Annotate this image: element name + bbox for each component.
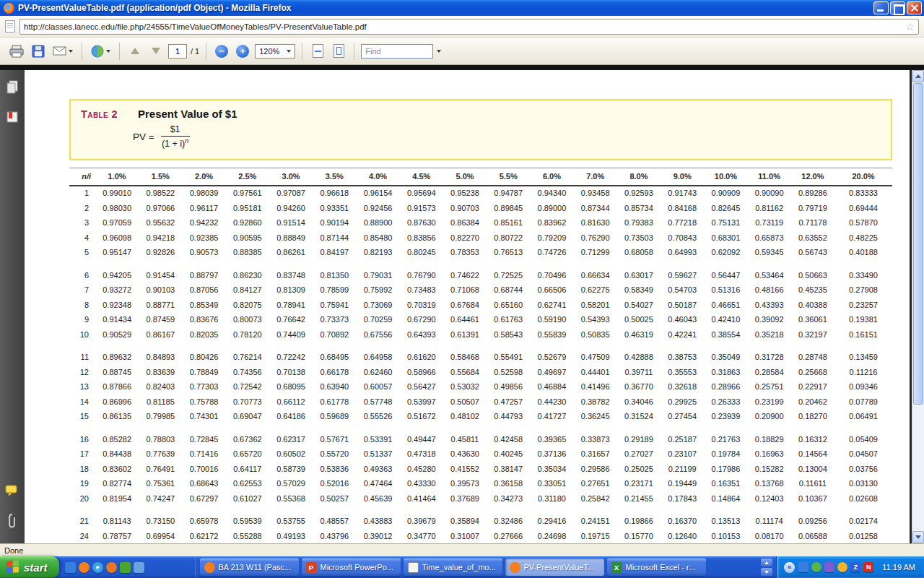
find-dropdown-icon[interactable] (437, 50, 441, 53)
pv-factor-cell: 0.79383 (617, 216, 661, 231)
vertical-scrollbar[interactable] (912, 70, 924, 543)
bookmarks-panel-icon (6, 111, 19, 124)
taskbar-button[interactable]: PMicrosoft PowerPo... (302, 558, 401, 576)
firefox-icon (510, 562, 520, 573)
url-input[interactable] (24, 22, 905, 31)
pv-factor-cell: 0.40188 (834, 246, 892, 261)
pv-factor-cell: 0.83962 (530, 216, 573, 231)
minimize-button[interactable] (873, 1, 889, 14)
pv-factor-cell: 0.90529 (95, 327, 139, 342)
pv-factor-cell: 0.98030 (95, 201, 139, 216)
attachments-panel-icon (7, 513, 17, 529)
scroll-down-button[interactable] (912, 531, 924, 543)
pv-factor-cell: 0.47464 (356, 477, 399, 492)
pv-factor-cell: 0.89845 (487, 201, 530, 216)
pv-factor-cell: 0.77303 (182, 380, 225, 395)
taskbar-button[interactable]: PV-PresentValueT... (505, 558, 604, 576)
page-number-input[interactable] (168, 44, 187, 59)
pv-factor-cell: 0.20900 (748, 410, 791, 425)
maximize-button[interactable] (890, 1, 905, 14)
pv-factor-cell: 0.61620 (400, 350, 443, 366)
pages-panel-button[interactable] (6, 80, 19, 98)
page-count: / 1 (191, 47, 199, 56)
print-button[interactable] (7, 41, 26, 61)
pv-factor-cell: 0.49193 (269, 529, 313, 543)
scrollbar-track[interactable] (912, 405, 924, 531)
pv-factor-cell: 0.90573 (182, 246, 225, 261)
pv-factor-cell: 0.73503 (617, 230, 661, 246)
pv-factor-cell: 0.37136 (530, 447, 573, 462)
taskbar-button[interactable]: Time_value_of_mo... (404, 558, 502, 576)
media-player-icon[interactable] (106, 562, 117, 573)
taskbar-button[interactable]: XMicrosoft Excel - r... (607, 558, 706, 576)
pv-factor-cell: 0.63940 (313, 380, 356, 395)
messenger-icon[interactable] (120, 562, 131, 573)
email-icon[interactable] (65, 562, 76, 573)
pv-factor-cell: 0.55526 (356, 410, 399, 425)
ie-icon[interactable]: e (92, 562, 103, 573)
hide-icons-chevron[interactable] (784, 562, 795, 573)
zonealarm-icon[interactable]: Z (850, 562, 860, 572)
taskbar-button[interactable]: BA 213 W11 (Pasc... (200, 558, 299, 576)
pv-factor-cell: 0.74356 (226, 365, 269, 380)
pv-factor-cell: 0.15282 (748, 462, 791, 477)
scrollbar-thumb[interactable] (913, 83, 923, 405)
pv-factor-cell: 0.66506 (530, 283, 573, 298)
firefox-window: PV-PresentValueTable.pdf (application/pd… (0, 0, 924, 578)
pv-factor-cell: 0.62553 (226, 477, 269, 492)
bookmark-star-icon[interactable]: ☆ (905, 22, 915, 32)
previous-page-button[interactable] (126, 41, 144, 61)
pv-factor-cell: 0.71416 (182, 447, 225, 462)
update-icon[interactable] (837, 562, 847, 572)
email-button[interactable] (51, 41, 75, 61)
pv-factor-cell: 0.83333 (834, 186, 892, 202)
task-scroll-up-button[interactable] (761, 558, 772, 566)
pv-factor-cell: 0.36245 (574, 410, 617, 425)
save-button[interactable] (30, 41, 47, 61)
pv-factor-cell: 0.92593 (617, 186, 661, 202)
pv-table-row: 180.836020.764910.700160.641170.587390.5… (69, 462, 892, 477)
period-cell: 10 (69, 327, 95, 342)
pv-factor-cell: 0.72845 (182, 432, 225, 447)
pv-factor-cell: 0.10153 (704, 529, 747, 543)
collaborate-button[interactable] (89, 41, 113, 61)
url-box[interactable]: ☆ (19, 19, 919, 35)
pv-factor-cell: 0.85282 (95, 432, 139, 447)
attachments-panel-button[interactable] (7, 513, 17, 532)
zoom-out-button[interactable] (213, 41, 230, 61)
pv-factor-cell: 0.02608 (834, 491, 892, 506)
pv-factor-cell: 0.11174 (748, 514, 791, 530)
fit-page-button[interactable] (330, 41, 347, 61)
pv-factor-cell: 0.35034 (530, 462, 573, 477)
zoom-in-button[interactable] (234, 41, 251, 61)
windows-logo-icon (6, 560, 19, 574)
pv-factor-cell: 0.76642 (269, 313, 313, 328)
task-scroll-down-button[interactable] (761, 568, 772, 576)
arrow-up-icon (915, 74, 921, 78)
pv-factor-cell: 0.74622 (443, 268, 487, 283)
pv-factor-cell: 0.59539 (226, 514, 269, 530)
next-page-button[interactable] (147, 41, 165, 61)
messenger-icon[interactable] (824, 562, 834, 572)
fit-width-button[interactable] (309, 41, 326, 61)
volume-icon[interactable] (811, 562, 821, 572)
norton-icon[interactable]: N (863, 562, 873, 572)
scroll-up-button[interactable] (912, 70, 924, 82)
bookmarks-panel-button[interactable] (6, 111, 19, 126)
period-cell: 13 (69, 380, 95, 395)
pv-factor-cell: 0.12403 (748, 491, 791, 506)
show-desktop-icon[interactable] (134, 562, 144, 573)
pv-factor-cell: 0.38554 (704, 327, 747, 342)
find-input[interactable] (361, 44, 433, 59)
comments-panel-button[interactable] (5, 484, 19, 500)
pv-factor-cell: 0.14564 (791, 447, 834, 462)
pv-factor-cell: 0.75131 (704, 216, 747, 231)
pv-factor-cell: 0.25751 (748, 380, 791, 395)
firefox-icon[interactable] (79, 562, 90, 573)
pv-factor-cell: 0.03756 (834, 462, 892, 477)
start-button[interactable]: start (0, 556, 59, 578)
close-button[interactable] (907, 1, 922, 14)
display-icon[interactable] (798, 562, 808, 572)
pv-table-row: 90.914340.874590.836760.800730.766420.73… (69, 313, 892, 328)
zoom-level-select[interactable]: 120% (255, 44, 295, 59)
